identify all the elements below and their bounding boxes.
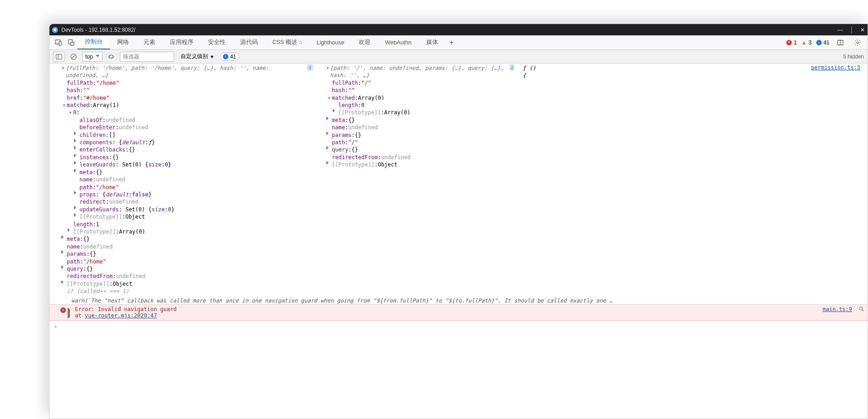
context-selector[interactable]: top [82, 52, 103, 62]
toggle-sidebar-button[interactable] [53, 52, 65, 62]
issues-badge[interactable]: i41 [220, 53, 239, 61]
error-message[interactable]: ✕ Error: Invalid navigation guard at vue… [49, 304, 868, 321]
settings-icon[interactable] [851, 39, 864, 46]
tab-welcome[interactable]: 欢迎 [351, 35, 378, 49]
more-tabs-button[interactable]: + [445, 35, 458, 49]
hidden-count[interactable]: 5 hidden [843, 54, 864, 60]
status-counters: ✕1 ▲3 i41 [786, 35, 868, 49]
devtools-icon [51, 26, 59, 34]
console-prompt[interactable]: › [49, 321, 868, 331]
log-message: ▾{fullPath: '/home', path: '/home', quer… [49, 63, 868, 297]
svg-point-8 [857, 42, 858, 44]
svg-point-1 [54, 29, 56, 31]
devtools-window: DevTools - 192.168.1.52:8082/ — ✕ 控制台 网络… [49, 24, 868, 419]
live-expression-button[interactable] [106, 52, 116, 62]
error-location-link[interactable]: vue-router.mjs:2020:47 [85, 312, 157, 319]
svg-line-15 [862, 310, 863, 311]
tab-lighthouse[interactable]: Lighthouse [309, 35, 351, 49]
console-toolbar: top 自定义级别 ▾ i41 5 hidden [49, 50, 868, 63]
window-title: DevTools - 192.168.1.52:8082/ [61, 27, 135, 33]
tab-application[interactable]: 应用程序 [163, 35, 201, 49]
error-title: Error: Invalid navigation guard [75, 306, 177, 312]
inspect-icon[interactable] [65, 35, 78, 49]
error-icon: ✕ [60, 306, 67, 319]
panel-tabs: 控制台 网络 元素 应用程序 安全性 源代码 CSS 概述 ⎍ Lighthou… [49, 35, 868, 50]
log-continuation: warn(`The "next" callback was called mor… [49, 297, 868, 304]
search-icon[interactable] [858, 306, 864, 313]
tab-network[interactable]: 网络 [110, 35, 136, 49]
close-button[interactable]: ✕ [860, 27, 865, 33]
titlebar: DevTools - 192.168.1.52:8082/ — ✕ [49, 24, 868, 35]
error-counter[interactable]: ✕1 [786, 39, 797, 46]
clear-console-button[interactable] [69, 52, 79, 62]
filter-input[interactable] [120, 52, 174, 62]
tab-css-overview[interactable]: CSS 概述 ⎍ [265, 35, 309, 49]
tab-elements[interactable]: 元素 [136, 35, 163, 49]
tab-sources[interactable]: 源代码 [233, 35, 265, 49]
info-counter[interactable]: i41 [816, 39, 829, 46]
info-icon[interactable]: i [307, 64, 313, 71]
tab-webauthn[interactable]: WebAuthn [378, 35, 419, 49]
svg-point-14 [859, 307, 863, 310]
svg-rect-3 [59, 42, 61, 45]
minimize-button[interactable]: — [838, 27, 843, 33]
log-object-to[interactable]: ▾{path: '/', name: undefined, params: {…… [326, 64, 539, 295]
info-icon[interactable]: i [509, 64, 514, 71]
tab-security[interactable]: 安全性 [201, 35, 233, 49]
console-output: ▾{fullPath: '/home', path: '/home', quer… [49, 63, 868, 419]
error-source-link[interactable]: main.ts:9 [823, 306, 856, 312]
log-object-from[interactable]: ▾{fullPath: '/home', path: '/home', quer… [60, 64, 315, 295]
svg-rect-9 [56, 54, 62, 59]
source-link[interactable]: permission.ts:3 [811, 64, 864, 71]
svg-rect-5 [71, 42, 74, 45]
svg-line-12 [72, 54, 75, 58]
device-toolbar-icon[interactable] [52, 35, 65, 49]
warning-counter[interactable]: ▲3 [801, 39, 812, 46]
tab-media[interactable]: 媒体 [419, 35, 445, 49]
maximize-button[interactable] [851, 27, 852, 33]
window-controls: — ✕ [838, 27, 865, 33]
tab-console[interactable]: 控制台 [78, 35, 110, 49]
dock-icon[interactable] [834, 39, 847, 46]
level-selector[interactable]: 自定义级别 ▾ [178, 52, 216, 62]
